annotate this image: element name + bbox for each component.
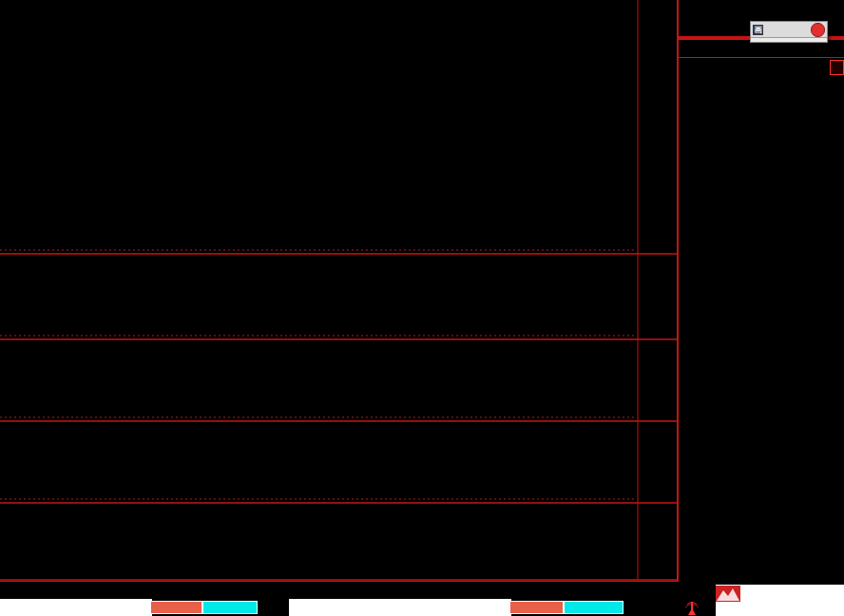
status-index-block xyxy=(289,599,511,616)
toolbar-grid xyxy=(751,38,827,42)
progress-bar-red xyxy=(150,601,202,614)
mountain-logo-icon xyxy=(716,586,740,602)
status-left-block xyxy=(0,599,152,616)
toolbar-title-icon: 画 xyxy=(753,25,763,35)
drawing-toolbar: 画 xyxy=(750,21,828,43)
stock-app-window: 画 xyxy=(0,0,844,616)
progress-bar-cyan xyxy=(202,601,258,614)
progress-bar-red-2 xyxy=(509,601,564,614)
weibi-label xyxy=(681,19,718,36)
tick-list[interactable] xyxy=(679,57,844,58)
quote-panel xyxy=(677,0,844,582)
scroll-up-button[interactable] xyxy=(830,60,844,75)
watermark xyxy=(716,585,844,616)
close-icon[interactable] xyxy=(811,23,825,37)
toolbar-titlebar[interactable]: 画 xyxy=(751,22,827,38)
waipan-label xyxy=(681,40,718,57)
stock-title xyxy=(679,0,844,19)
progress-bar-cyan-2 xyxy=(564,601,623,614)
date-axis xyxy=(0,581,677,600)
kline-chart-svg[interactable] xyxy=(0,0,677,582)
antenna-icon xyxy=(684,599,700,616)
